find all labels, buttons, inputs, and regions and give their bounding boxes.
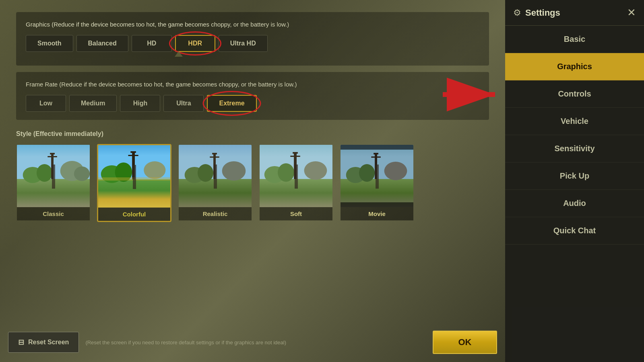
sidebar-item-sensitivity[interactable]: Sensitivity: [505, 135, 644, 162]
sidebar-item-graphics[interactable]: Graphics: [505, 53, 644, 80]
framerate-options-row: Low Medium High Ultra Extreme: [26, 95, 479, 112]
close-button[interactable]: ✕: [627, 6, 636, 19]
svg-rect-32: [293, 152, 298, 154]
graphics-options-wrapper: Smooth Balanced HD HDR Ultra HD: [26, 35, 268, 58]
framerate-section: Frame Rate (Reduce if the device becomes…: [16, 72, 489, 120]
style-soft-label: Soft: [260, 207, 332, 220]
svg-point-34: [304, 161, 327, 180]
style-movie-item[interactable]: Movie: [340, 144, 414, 222]
graphics-hd-btn[interactable]: HD: [132, 35, 172, 52]
svg-point-38: [359, 164, 375, 182]
graphics-hdr-btn[interactable]: HDR: [175, 35, 215, 52]
style-section-label: Style (Effective immediately): [16, 130, 489, 138]
svg-point-22: [198, 164, 213, 182]
svg-rect-41: [371, 156, 380, 158]
svg-rect-25: [210, 156, 219, 158]
svg-rect-15: [130, 151, 136, 153]
gear-icon: ⚙: [513, 8, 521, 18]
style-soft-item[interactable]: Soft: [259, 144, 333, 222]
sidebar-nav: Basic Graphics Controls Vehicle Sensitiv…: [505, 26, 644, 362]
sidebar-item-pickup[interactable]: Pick Up: [505, 162, 644, 190]
svg-rect-2: [17, 179, 90, 207]
svg-rect-40: [374, 153, 378, 154]
graphics-balanced-btn[interactable]: Balanced: [76, 35, 128, 52]
svg-point-42: [384, 162, 407, 180]
svg-point-17: [144, 161, 165, 179]
svg-point-9: [74, 167, 90, 181]
style-soft-thumbnail: [260, 145, 332, 207]
graphics-options-row: Smooth Balanced HD HDR Ultra HD: [26, 35, 268, 52]
graphics-section: Graphics (Reduce if the device becomes t…: [16, 12, 489, 66]
style-colorful-label: Colorful: [98, 208, 170, 221]
sidebar-item-audio[interactable]: Audio: [505, 190, 644, 217]
framerate-section-label: Frame Rate (Reduce if the device becomes…: [26, 80, 479, 88]
svg-rect-43: [341, 145, 413, 150]
reset-screen-label: Reset Screen: [28, 339, 69, 346]
style-section: Style (Effective immediately): [16, 126, 489, 222]
style-realistic-label: Realistic: [179, 207, 252, 220]
graphics-section-label: Graphics (Reduce if the device becomes t…: [26, 20, 479, 29]
sidebar-header: ⚙ Settings ✕: [505, 0, 644, 26]
style-colorful-thumbnail: [98, 145, 170, 208]
svg-rect-16: [128, 155, 138, 156]
sidebar: ⚙ Settings ✕ Basic Graphics Controls Veh…: [505, 0, 644, 362]
svg-rect-33: [290, 156, 300, 157]
sidebar-item-controls[interactable]: Controls: [505, 80, 644, 108]
svg-rect-44: [341, 202, 413, 207]
graphics-ultrahd-btn[interactable]: Ultra HD: [219, 35, 268, 52]
svg-rect-24: [212, 153, 217, 154]
style-colorful-item[interactable]: Colorful: [97, 144, 171, 222]
reset-icon: ⊟: [18, 338, 24, 347]
svg-rect-28: [260, 179, 332, 207]
sidebar-title: Settings: [525, 8, 560, 18]
reset-note-text: (Reset the screen if you need to restore…: [85, 339, 426, 346]
svg-rect-20: [179, 179, 252, 207]
framerate-high-btn[interactable]: High: [120, 95, 160, 112]
graphics-smooth-btn[interactable]: Smooth: [26, 35, 73, 52]
style-grid: Classic: [16, 144, 489, 222]
style-movie-label: Movie: [341, 207, 413, 220]
sidebar-title-area: ⚙ Settings: [513, 8, 560, 18]
reset-screen-button[interactable]: ⊟ Reset Screen: [8, 332, 79, 353]
style-realistic-thumbnail: [179, 145, 252, 207]
framerate-low-btn[interactable]: Low: [26, 95, 66, 112]
svg-rect-18: [98, 177, 170, 181]
svg-rect-7: [47, 156, 57, 157]
main-content: Graphics (Reduce if the device becomes t…: [0, 0, 505, 362]
framerate-ultra-btn[interactable]: Ultra: [163, 95, 204, 112]
svg-point-26: [222, 161, 246, 181]
sidebar-item-basic[interactable]: Basic: [505, 26, 644, 53]
sidebar-item-quickchat[interactable]: Quick Chat: [505, 217, 644, 245]
sidebar-item-vehicle[interactable]: Vehicle: [505, 108, 644, 135]
svg-rect-11: [98, 179, 170, 208]
bottom-bar: ⊟ Reset Screen (Reset the screen if you …: [8, 331, 497, 354]
triangle-indicator: [175, 51, 183, 57]
ok-button[interactable]: OK: [433, 331, 497, 354]
style-movie-thumbnail: [341, 145, 413, 207]
framerate-medium-btn[interactable]: Medium: [69, 95, 117, 112]
svg-rect-6: [50, 153, 55, 154]
svg-point-4: [37, 164, 52, 182]
style-classic-item[interactable]: Classic: [16, 144, 91, 222]
style-classic-label: Classic: [17, 207, 90, 220]
framerate-extreme-btn[interactable]: Extreme: [207, 95, 256, 112]
style-realistic-item[interactable]: Realistic: [178, 144, 252, 222]
style-classic-thumbnail: [17, 145, 90, 207]
svg-point-30: [278, 163, 294, 182]
